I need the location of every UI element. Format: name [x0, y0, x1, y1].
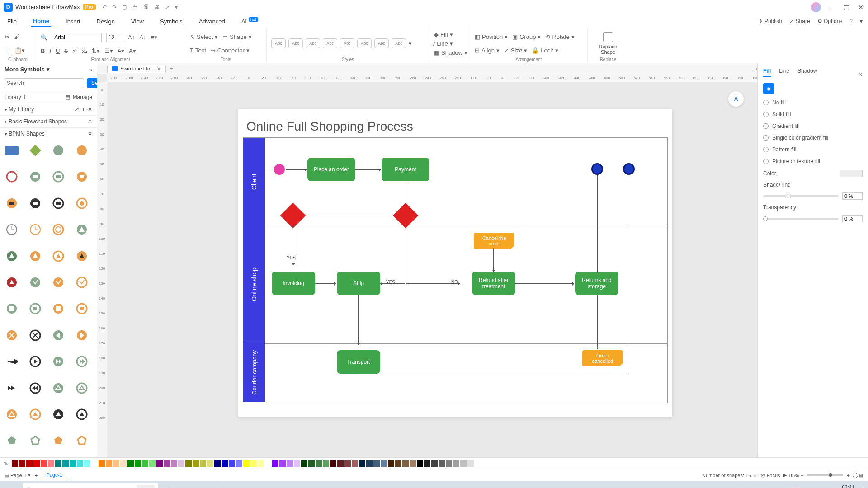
line-spacing-icon[interactable]: ⇅▾	[92, 47, 100, 54]
paste-icon[interactable]: 📋▾	[14, 47, 25, 54]
radio-picture[interactable]	[763, 159, 769, 164]
bpmn-shape[interactable]	[5, 434, 19, 448]
color-swatch[interactable]	[287, 460, 293, 467]
menu-more-icon[interactable]: ▾	[860, 18, 863, 24]
bold-icon[interactable]: B	[41, 47, 45, 54]
end-event-1[interactable]	[591, 163, 603, 175]
color-swatch[interactable]	[207, 460, 213, 467]
fit-page-icon[interactable]: ⤢	[754, 472, 758, 478]
color-swatch[interactable]	[41, 460, 47, 467]
color-swatch[interactable]	[142, 460, 148, 467]
color-swatch[interactable]	[127, 460, 134, 467]
align-menu-icon[interactable]: ≡▾	[151, 34, 157, 41]
color-swatch[interactable]	[258, 460, 264, 467]
text-tool[interactable]: T Text	[190, 47, 206, 54]
replace-shape-button[interactable]: Replace Shape	[592, 32, 624, 55]
color-swatch[interactable]	[337, 460, 344, 467]
color-swatch[interactable]	[48, 460, 54, 467]
color-swatch[interactable]	[19, 460, 25, 467]
subscript-icon[interactable]: x₂	[82, 47, 87, 54]
edge-icon[interactable]: ◉	[178, 483, 194, 488]
color-swatch[interactable]	[106, 460, 112, 467]
bpmn-shape[interactable]	[51, 328, 66, 343]
undo-icon[interactable]: ↶	[102, 4, 107, 10]
bpmn-shape[interactable]	[51, 196, 66, 211]
connector[interactable]	[286, 169, 307, 170]
connector[interactable]	[629, 356, 629, 374]
connector[interactable]	[315, 283, 336, 284]
rp-tab-line[interactable]: Line	[779, 68, 789, 77]
font-size-input[interactable]	[106, 33, 123, 42]
menu-insert[interactable]: Insert	[64, 16, 82, 27]
color-swatch[interactable]	[381, 460, 387, 467]
zoom-out-icon[interactable]: −	[801, 473, 803, 478]
color-swatch[interactable]	[410, 460, 416, 467]
bpmn-shape[interactable]	[51, 354, 66, 369]
options-button[interactable]: ⚙ Options	[817, 18, 843, 24]
bpmn-shape[interactable]	[75, 222, 89, 237]
size-button[interactable]: ⤢ Size▾	[504, 47, 527, 54]
color-swatch[interactable]	[55, 460, 61, 467]
canvas-area[interactable]: -180-160-140-120-100-80-60-40-2002040608…	[97, 74, 757, 457]
bpmn-shape[interactable]	[75, 169, 89, 184]
strike-icon[interactable]: S̶	[64, 47, 68, 54]
shape-tool[interactable]: ▭ Shape▾	[222, 33, 252, 40]
panel-close-icon[interactable]: ✕	[858, 71, 863, 78]
gateway-2[interactable]	[284, 206, 302, 225]
connector[interactable]	[302, 216, 396, 216]
minimize-icon[interactable]: —	[829, 4, 835, 11]
align-button[interactable]: ⊟ Align▾	[475, 47, 500, 54]
color-swatch[interactable]	[185, 460, 192, 467]
page-dropdown[interactable]: Page-1	[10, 473, 26, 478]
bpmn-shape[interactable]	[5, 407, 19, 422]
radio-pattern[interactable]	[763, 147, 769, 152]
connector[interactable]	[358, 374, 629, 374]
fit-width-icon[interactable]: ⛶	[853, 473, 858, 478]
basic-shapes-label[interactable]: Basic Flowchart Shapes	[9, 118, 67, 125]
taskbar-search[interactable]: 🔍 Type here to search	[23, 483, 158, 488]
manage-label[interactable]: Manage	[73, 94, 92, 100]
bpmn-shape[interactable]	[51, 249, 66, 263]
lock-button[interactable]: 🔒 Lock▾	[532, 47, 558, 54]
expand-right-icon[interactable]: »	[754, 66, 757, 72]
bpmn-shape[interactable]	[75, 381, 89, 395]
bpmn-shape[interactable]	[28, 407, 42, 422]
swimlane-container[interactable]: Client Online shop Courier company Place…	[243, 137, 668, 403]
node-returns[interactable]: Returns and storage	[575, 272, 618, 295]
font-color-icon[interactable]: A̲▾	[129, 47, 136, 54]
bpmn-shape[interactable]	[51, 275, 66, 290]
color-swatch[interactable]	[135, 460, 141, 467]
color-swatch[interactable]	[316, 460, 322, 467]
position-button[interactable]: ◧ Position▾	[475, 33, 508, 40]
bpmn-shape[interactable]	[28, 434, 42, 448]
symbol-search-input[interactable]	[4, 78, 84, 88]
page-list-icon[interactable]: ▤	[5, 472, 9, 478]
connector[interactable]	[597, 295, 598, 349]
explorer-icon[interactable]: 🗀	[196, 483, 212, 488]
zoom-slider[interactable]	[807, 474, 843, 476]
style-swatch[interactable]: Abc	[340, 38, 354, 48]
color-swatch[interactable]	[453, 460, 459, 467]
edrawmax-taskbar-icon[interactable]: D	[250, 483, 267, 488]
bpmn-shape[interactable]	[5, 301, 19, 316]
color-swatch[interactable]	[84, 460, 90, 467]
print-icon[interactable]: 🖨	[154, 4, 160, 10]
share-button[interactable]: ↗ Share	[789, 18, 810, 24]
underline-icon[interactable]: U	[56, 47, 60, 54]
lib-action-icon[interactable]: ↗	[75, 106, 79, 113]
bpmn-shape[interactable]	[28, 249, 42, 263]
color-swatch[interactable]	[236, 460, 242, 467]
publish-button[interactable]: ✈ Publish	[759, 18, 783, 24]
document-tab[interactable]: Swimlane Flo... ✕	[107, 65, 166, 73]
panel-caret-icon[interactable]: ▾	[47, 66, 50, 73]
bpmn-caret-icon[interactable]: ▾	[5, 131, 7, 137]
color-swatch[interactable]	[431, 460, 438, 467]
color-swatch[interactable]	[12, 460, 18, 467]
bpmn-shape[interactable]	[5, 381, 19, 395]
bpmn-shape[interactable]	[75, 275, 89, 290]
bpmn-shape[interactable]	[5, 222, 19, 237]
bpmn-shape[interactable]	[28, 354, 42, 369]
color-swatch[interactable]	[417, 460, 423, 467]
color-swatch[interactable]	[222, 460, 228, 467]
note-order-cancelled[interactable]: Order cancelled	[582, 350, 623, 366]
